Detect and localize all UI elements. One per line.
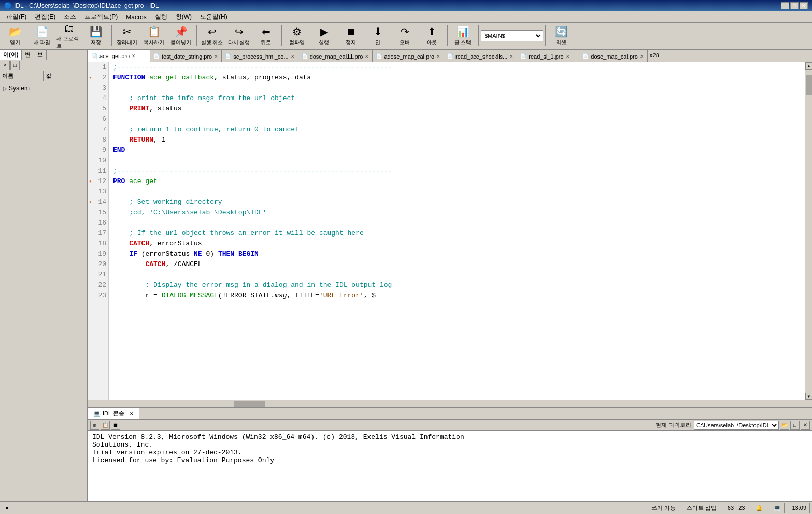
tabs-overflow[interactable]: »28	[648, 50, 661, 62]
tab-dose-map[interactable]: 📄 dose_map_cal11.pro ✕	[298, 50, 373, 62]
menu-macros[interactable]: Macros	[122, 12, 150, 22]
console-max-btn[interactable]: □	[790, 421, 800, 430]
line-num-8: 8	[88, 135, 108, 145]
tab-close-4[interactable]: ✕	[436, 54, 440, 59]
save-icon: 💾	[90, 25, 103, 38]
compile-icon: ⚙	[292, 25, 302, 38]
menu-source[interactable]: 소스	[60, 11, 80, 22]
tab-close-0[interactable]: ✕	[132, 53, 136, 59]
vscroll-down-btn[interactable]: ▼	[805, 393, 812, 400]
combo-area[interactable]: $MAIN$	[481, 30, 543, 41]
console-tab-close[interactable]: ✕	[130, 411, 134, 416]
stop-button[interactable]: ⏹ 정지	[338, 24, 364, 48]
cut-icon: ✂	[123, 25, 132, 38]
tab-close-1[interactable]: ✕	[214, 54, 218, 59]
undo-button[interactable]: ↩ 실행 취소	[199, 24, 225, 48]
step-in-label: 인	[375, 39, 380, 46]
compile-label: 컴파일	[289, 39, 305, 46]
dir-browse-btn[interactable]: 📂	[780, 421, 789, 430]
menu-help[interactable]: 도움말(H)	[196, 11, 232, 22]
save-button[interactable]: 💾 저장	[83, 24, 109, 48]
menu-window[interactable]: 창(W)	[172, 11, 196, 22]
cut-label: 잘라내기	[117, 39, 137, 46]
vertical-scrollbar[interactable]: ▲ ▼	[805, 62, 812, 400]
dir-select[interactable]: C:\Users\selab_\Desktop\IDL	[694, 421, 779, 430]
run-button[interactable]: ▶ 실행	[311, 24, 337, 48]
new-file-button[interactable]: 📄 새 파일	[29, 24, 55, 48]
title-bar-controls[interactable]: ─ □ ✕	[781, 2, 808, 9]
step-in-button[interactable]: ⬇ 인	[365, 24, 391, 48]
main-area: 이(이) 변 브 × □ 이름 값 ▷ System 📄 ace_get.pro…	[0, 50, 812, 501]
system-icon: 💻	[771, 503, 785, 513]
console-close-btn[interactable]: ✕	[801, 421, 810, 430]
code-line-4: ; print the info msgs from the url objec…	[109, 93, 805, 104]
redo-button[interactable]: ↪ 다시 실행	[226, 24, 252, 48]
left-panel-header: 이(이) 변 브	[0, 50, 87, 60]
tab-close-7[interactable]: ✕	[640, 54, 644, 59]
console-output[interactable]: IDL Version 8.2.3, Microsoft Windows (Wi…	[88, 431, 812, 501]
call-stack-icon: 📊	[457, 25, 469, 38]
line-num-9: 9	[88, 145, 108, 156]
status-bar: ● 쓰기 가능 스마트 삽입 63 : 23 🔔 💻 13:09	[0, 501, 812, 514]
tab-close-5[interactable]: ✕	[509, 54, 514, 59]
cut-button[interactable]: ✂ 잘라내기	[114, 24, 140, 48]
menu-run[interactable]: 실행	[151, 11, 172, 22]
hscroll-track[interactable]	[89, 401, 811, 407]
line-num-18: 18	[88, 239, 108, 249]
line-num-16: 16	[88, 218, 108, 228]
back-button[interactable]: ⬅ 뒤로	[253, 24, 279, 48]
tree-item-system[interactable]: ▷ System	[2, 84, 85, 93]
horizontal-scrollbar[interactable]	[88, 400, 812, 407]
code-view[interactable]: ;---------------------------------------…	[109, 62, 805, 400]
code-line-10	[109, 156, 805, 166]
tab-close-3[interactable]: ✕	[365, 54, 369, 59]
compile-button[interactable]: ⚙ 컴파일	[284, 24, 310, 48]
notification-icon: 🔔	[752, 503, 766, 513]
toolbar-sep-5	[478, 25, 479, 46]
paste-button[interactable]: 📌 붙여넣기	[168, 24, 194, 48]
lp-tab-variables[interactable]: 이(이)	[0, 50, 22, 60]
lp-close-btn[interactable]: ×	[1, 61, 10, 70]
maximize-button[interactable]: □	[790, 2, 799, 9]
call-stack-button[interactable]: 📊 콜 스택	[450, 24, 476, 48]
bottom-toolbar: 🗑 📋 ⏹ 현재 디렉토리: C:\Users\selab_\Desktop\I…	[88, 420, 812, 431]
tab-adose[interactable]: 📄 adose_map_cal.pro ✕	[373, 50, 444, 62]
step-out-button[interactable]: ⬆ 아웃	[419, 24, 445, 48]
lp-max-btn[interactable]: □	[10, 61, 20, 70]
hscroll-thumb[interactable]	[234, 401, 265, 407]
write-mode-label: 쓰기 가능	[651, 504, 676, 512]
tab-test-date[interactable]: 📄 test_date_string.pro ✕	[150, 50, 222, 62]
tab-read-ace[interactable]: 📄 read_ace_shocklis... ✕	[444, 50, 517, 62]
step-over-button[interactable]: ↷ 오버	[392, 24, 418, 48]
console-copy-btn[interactable]: 📋	[101, 421, 110, 430]
tab-close-6[interactable]: ✕	[566, 54, 570, 59]
lp-tab-change[interactable]: 변	[22, 50, 34, 60]
dir-combo[interactable]: C:\Users\selab_\Desktop\IDL	[694, 421, 779, 430]
copy-button[interactable]: 📋 복사하기	[141, 24, 167, 48]
menu-project[interactable]: 프로젝트(P)	[80, 11, 122, 22]
vscroll-track[interactable]	[805, 70, 812, 393]
lp-tab-browse[interactable]: 브	[34, 50, 47, 60]
close-button[interactable]: ✕	[800, 2, 808, 9]
open-label: 열기	[10, 39, 20, 46]
minimize-button[interactable]: ─	[781, 2, 789, 9]
menu-file[interactable]: 파일(F)	[2, 11, 31, 22]
code-line-20: CATCH, /CANCEL	[109, 259, 805, 270]
console-tab[interactable]: 💻 IDL 콘솔 ✕	[88, 408, 139, 419]
undo-icon: ↩	[208, 25, 217, 38]
reset-button[interactable]: 🔄 리셋	[548, 24, 574, 48]
open-button[interactable]: 📂 열기	[2, 24, 28, 48]
tab-read-si[interactable]: 📄 read_si_1.pro ✕	[517, 50, 579, 62]
vscroll-thumb[interactable]	[806, 75, 812, 95]
menu-edit[interactable]: 편집(E)	[31, 11, 60, 22]
tab-close-2[interactable]: ✕	[291, 54, 295, 59]
tab-dose-map-cal[interactable]: 📄 dose_map_cal.pro ✕	[579, 50, 648, 62]
new-project-button[interactable]: 🗂 새 프로젝트	[56, 24, 82, 48]
line-num-5: 5	[88, 104, 108, 114]
console-stop-btn[interactable]: ⏹	[111, 421, 120, 430]
console-clear-btn[interactable]: 🗑	[90, 421, 99, 430]
main-combo[interactable]: $MAIN$	[481, 30, 543, 41]
vscroll-up-btn[interactable]: ▲	[805, 62, 812, 70]
tab-ace-get[interactable]: 📄 ace_get.pro ✕	[88, 50, 150, 62]
tab-sc-process[interactable]: 📄 sc_process_hmi_co... ✕	[222, 50, 298, 62]
